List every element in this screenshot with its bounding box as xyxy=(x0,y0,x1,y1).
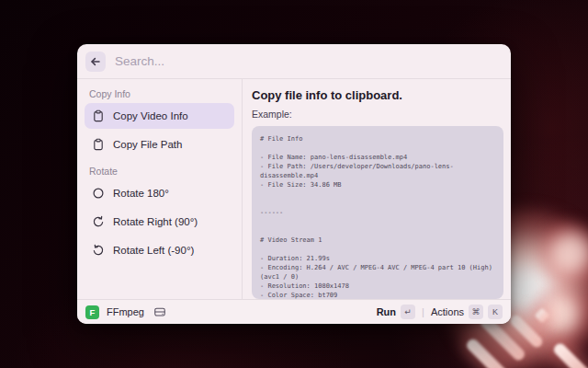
clipboard-icon xyxy=(91,109,105,123)
list-item-label: Rotate Right (90°) xyxy=(113,216,198,227)
list-item-rotate-180[interactable]: Rotate 180° xyxy=(85,180,234,206)
rotate-clockwise-icon xyxy=(91,215,105,229)
list-item-rotate-right[interactable]: Rotate Right (90°) xyxy=(85,209,234,235)
actions-button[interactable]: Actions ⌘ K xyxy=(431,305,503,319)
run-label: Run xyxy=(377,306,396,317)
return-keycap: ↵ xyxy=(401,305,415,319)
k-keycap: K xyxy=(488,305,503,319)
list-item-label: Copy File Path xyxy=(113,139,182,150)
detail-panel: Copy file info to clipboard. Example: # … xyxy=(243,79,511,299)
search-input[interactable] xyxy=(115,54,503,68)
detail-title: Copy file info to clipboard. xyxy=(252,88,503,102)
drive-icon xyxy=(153,305,166,318)
example-label: Example: xyxy=(252,109,503,120)
window-body: Copy Info Copy Video Info Cop xyxy=(77,79,511,299)
run-button[interactable]: Run ↵ xyxy=(377,305,415,319)
list-item-label: Rotate 180° xyxy=(113,188,169,199)
search-bar xyxy=(77,44,511,79)
example-code-block[interactable]: # File Info - File Name: pano-lens-disas… xyxy=(252,126,503,299)
list-item-copy-video-info[interactable]: Copy Video Info xyxy=(85,103,234,129)
circle-icon xyxy=(91,187,105,201)
app-name: FFmpeg xyxy=(107,306,144,317)
ffmpeg-app-icon: F xyxy=(85,305,99,319)
list-item-label: Copy Video Info xyxy=(113,110,188,121)
actions-label: Actions xyxy=(431,306,464,317)
list-item-label: Rotate Left (-90°) xyxy=(113,245,194,256)
action-bar-divider: | xyxy=(422,306,424,317)
command-list: Copy Info Copy Video Info Cop xyxy=(77,79,243,299)
rotate-counterclockwise-icon xyxy=(91,244,105,258)
section-label-rotate: Rotate xyxy=(89,166,234,177)
section-label-copy-info: Copy Info xyxy=(89,88,234,99)
arrow-left-icon xyxy=(90,56,101,67)
launcher-window: Copy Info Copy Video Info Cop xyxy=(77,44,511,324)
command-keycap: ⌘ xyxy=(469,305,483,319)
action-bar: F FFmpeg Run ↵ | Actions ⌘ K xyxy=(77,299,511,324)
list-item-copy-file-path[interactable]: Copy File Path xyxy=(85,132,234,157)
clipboard-icon xyxy=(91,138,105,152)
back-button[interactable] xyxy=(85,52,106,72)
list-item-rotate-left[interactable]: Rotate Left (-90°) xyxy=(85,237,234,263)
